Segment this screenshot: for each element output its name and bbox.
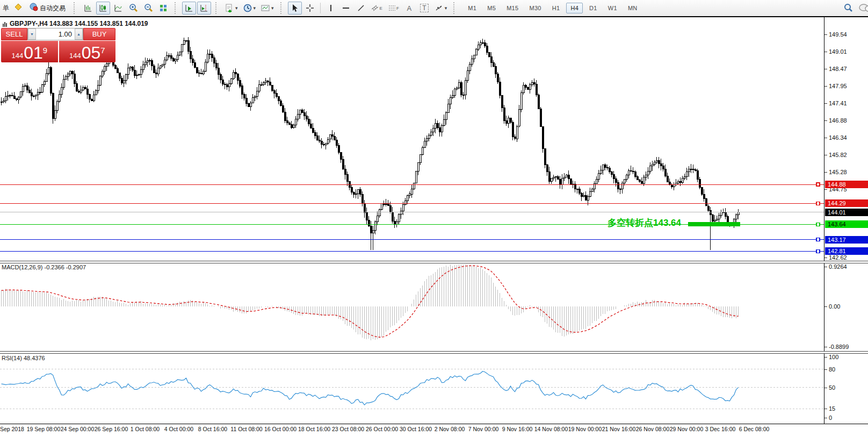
fibonacci-icon xyxy=(388,4,396,12)
volume-input[interactable]: 1.00 xyxy=(36,28,75,40)
price-tick-label: 147.41 xyxy=(829,100,847,106)
time-label: 9 Nov 16:00 xyxy=(502,426,533,432)
sell-button[interactable]: SELL xyxy=(1,28,27,40)
macd-axis-label: 0.00 xyxy=(829,303,840,310)
tile-windows-button[interactable] xyxy=(156,2,170,15)
time-label: 18 Oct 16:00 xyxy=(298,426,330,432)
zoom-out-button[interactable] xyxy=(141,2,155,15)
new-order-button[interactable] xyxy=(11,2,25,15)
price-tag: 144.01 xyxy=(825,209,868,216)
price-tickmark xyxy=(824,34,827,35)
cursor-icon xyxy=(291,4,299,12)
pane-splitter[interactable] xyxy=(0,351,868,354)
timeframe-button-m1[interactable]: M1 xyxy=(464,3,481,13)
symbol-icon xyxy=(3,22,8,27)
indicators-button[interactable]: ▾ xyxy=(223,2,240,15)
sell-price-display[interactable]: 144 01 9 xyxy=(1,41,58,62)
time-label: 26 Oct 00:00 xyxy=(366,426,398,432)
price-tickmark xyxy=(824,86,827,87)
toolbar-grip xyxy=(175,2,179,14)
dropdown-arrow-icon: ▾ xyxy=(235,5,238,11)
equidistant-channel-tool[interactable]: E xyxy=(369,2,385,15)
candlestick-button[interactable] xyxy=(96,2,110,15)
chat-bubbles-icon xyxy=(858,3,868,13)
zoom-in-icon xyxy=(128,3,138,13)
bar-chart-icon xyxy=(84,4,92,12)
toolbar-grip xyxy=(280,2,285,14)
time-label: 19 Sep 08:00 xyxy=(27,426,60,432)
search-icon xyxy=(843,3,853,13)
crosshair-button[interactable] xyxy=(303,2,317,15)
chart-plot[interactable] xyxy=(0,0,824,424)
timeframe-button-m5[interactable]: M5 xyxy=(483,3,500,13)
macd-axis-label: 0.9264 xyxy=(829,263,847,270)
timeframe-button-m15[interactable]: M15 xyxy=(502,3,523,13)
price-tick-label: 145.28 xyxy=(829,169,847,175)
rsi-tickmark xyxy=(824,369,827,370)
time-axis[interactable]: 4 Sep 201819 Sep 08:0024 Sep 00:0026 Sep… xyxy=(0,424,868,443)
timeframe-button-w1[interactable]: W1 xyxy=(604,3,621,13)
price-axis[interactable]: 149.54149.01148.47147.95147.41146.88146.… xyxy=(824,17,868,424)
community-button[interactable] xyxy=(856,2,868,15)
volume-increase-button[interactable]: ▲ xyxy=(75,28,83,40)
zoom-in-button[interactable] xyxy=(126,2,140,15)
chart-window-border xyxy=(0,16,868,17)
horizontal-line-icon xyxy=(343,8,349,9)
price-tickmark xyxy=(824,69,827,69)
timeframe-button-mn[interactable]: MN xyxy=(624,3,642,13)
bar-chart-button[interactable] xyxy=(81,2,95,15)
one-click-trading-panel: SELL ▼ 1.00 ▲ BUY 144 01 9 144 05 7 xyxy=(1,28,115,62)
time-label: 26 Nov 08:00 xyxy=(636,426,669,432)
rsi-tickmark xyxy=(824,418,827,418)
vertical-line-tool[interactable] xyxy=(324,2,338,15)
time-label: 11 Oct 08:00 xyxy=(230,426,262,432)
buy-button[interactable]: BUY xyxy=(83,28,115,40)
search-button[interactable] xyxy=(841,2,855,15)
periods-button[interactable]: ▾ xyxy=(241,2,258,15)
dropdown-arrow-icon: ▾ xyxy=(445,5,447,11)
chart-shift-icon xyxy=(200,4,208,12)
candlestick-icon xyxy=(99,4,107,12)
time-label: 4 Sep 2018 xyxy=(0,426,24,432)
partial-button-new-order[interactable]: 单 xyxy=(3,4,9,13)
arrows-icon xyxy=(435,4,443,12)
auto-scroll-button[interactable] xyxy=(182,2,196,15)
toolbar-separator xyxy=(320,3,321,13)
trendline-icon xyxy=(357,4,365,12)
volume-decrease-button[interactable]: ▼ xyxy=(28,28,36,40)
price-tick-label: 146.34 xyxy=(829,134,847,141)
toolbar-grip xyxy=(453,2,458,14)
arrows-tool[interactable]: ▾ xyxy=(432,2,450,15)
chart-title: GBPJPY-,H4 143.883 144.155 143.851 144.0… xyxy=(10,20,148,27)
text-tool[interactable]: A xyxy=(402,2,416,15)
dropdown-arrow-icon: ▾ xyxy=(254,5,256,11)
trendline-tool[interactable] xyxy=(354,2,368,15)
macd-tickmark xyxy=(824,306,827,307)
buy-price-main: 05 xyxy=(82,45,101,61)
text-label-tool[interactable]: T xyxy=(417,2,431,15)
autotrading-button[interactable]: 自动交易 xyxy=(26,2,69,15)
line-chart-button[interactable] xyxy=(111,2,125,15)
cursor-button[interactable] xyxy=(288,2,302,15)
fibonacci-tool[interactable]: F xyxy=(386,2,401,15)
timeframe-button-h4[interactable]: H4 xyxy=(566,3,583,13)
templates-button[interactable]: ▾ xyxy=(259,2,276,15)
tile-windows-icon xyxy=(159,4,168,12)
time-label: 4 Oct 00:00 xyxy=(164,426,193,432)
rsi-axis-label: 80 xyxy=(829,366,835,373)
timeframe-button-m30[interactable]: M30 xyxy=(525,3,545,13)
macd-tickmark xyxy=(824,267,827,267)
pane-splitter[interactable] xyxy=(0,261,868,263)
chart-shift-button[interactable] xyxy=(197,2,211,15)
buy-price-display[interactable]: 144 05 7 xyxy=(59,41,116,62)
rsi-axis-label: 15 xyxy=(829,405,835,412)
sell-price-big: 144 xyxy=(11,51,23,61)
mt4-window: 单 自动交易 xyxy=(0,0,868,443)
timeframe-button-h1[interactable]: H1 xyxy=(548,3,565,13)
price-tickmark xyxy=(824,120,827,121)
horizontal-line-tool[interactable] xyxy=(339,2,353,15)
auto-scroll-icon xyxy=(185,4,193,12)
price-tag: 144.29 xyxy=(825,199,868,207)
time-label: 3 Dec 16:00 xyxy=(705,426,736,432)
timeframe-button-d1[interactable]: D1 xyxy=(585,3,602,13)
